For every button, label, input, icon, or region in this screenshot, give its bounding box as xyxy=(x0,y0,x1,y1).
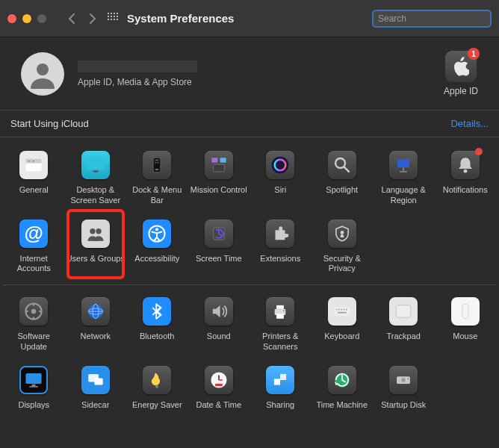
pref-label: Accessibility xyxy=(134,254,179,264)
svg-point-13 xyxy=(158,162,159,164)
account-section: Apple ID, Media & App Store 1 Apple ID xyxy=(0,37,499,111)
show-all-icon[interactable] xyxy=(108,13,120,25)
svg-rect-44 xyxy=(276,314,284,319)
pref-mission[interactable]: Mission Control xyxy=(188,143,250,212)
pref-label: Software Update xyxy=(4,332,63,352)
displays-icon xyxy=(19,366,48,394)
svg-point-67 xyxy=(401,378,406,382)
general-icon xyxy=(19,151,48,179)
forward-button[interactable] xyxy=(84,10,102,28)
pref-security[interactable]: Security & Privacy xyxy=(312,212,374,281)
pref-label: Language & Region xyxy=(374,185,433,206)
close-button[interactable] xyxy=(7,14,16,23)
pref-notifications[interactable]: Notifications xyxy=(435,143,497,212)
keyboard-icon xyxy=(328,297,356,326)
svg-rect-9 xyxy=(93,170,99,172)
pref-timemachine[interactable]: Time Machine xyxy=(312,358,374,417)
svg-rect-17 xyxy=(213,164,224,172)
search-input[interactable] xyxy=(378,13,490,24)
security-icon xyxy=(328,220,356,248)
printers-icon xyxy=(266,297,294,326)
pref-displays[interactable]: Displays xyxy=(3,358,65,417)
sidecar-icon xyxy=(81,366,110,394)
pref-bluetooth[interactable]: Bluetooth xyxy=(126,290,188,358)
pref-users[interactable]: Users & Groups xyxy=(65,212,127,281)
screentime-icon xyxy=(205,220,233,248)
datetime-icon xyxy=(205,366,233,394)
accessibility-icon xyxy=(143,220,171,248)
svg-rect-49 xyxy=(341,309,342,311)
svg-point-26 xyxy=(90,228,95,234)
pref-network[interactable]: Network xyxy=(65,290,127,358)
internet-icon: @ xyxy=(19,220,48,248)
apple-logo-icon xyxy=(453,57,469,76)
svg-rect-15 xyxy=(211,158,217,163)
svg-rect-59 xyxy=(94,378,102,385)
pref-label: Spotlight xyxy=(326,185,358,196)
svg-rect-56 xyxy=(32,384,36,385)
pref-internet[interactable]: @Internet Accounts xyxy=(3,212,65,281)
pref-startup[interactable]: Startup Disk xyxy=(373,358,435,417)
pref-desktop[interactable]: Desktop & Screen Saver xyxy=(65,143,127,212)
pref-dock[interactable]: Dock & Menu Bar xyxy=(126,143,188,212)
pref-spotlight[interactable]: Spotlight xyxy=(312,143,374,212)
pref-sharing[interactable]: Sharing xyxy=(250,358,312,417)
preference-panes: GeneralDesktop & Screen SaverDock & Menu… xyxy=(0,137,499,422)
pref-label: Date & Time xyxy=(196,400,241,411)
pref-label: Startup Disk xyxy=(381,400,426,411)
user-icon xyxy=(28,59,58,89)
pref-sidecar[interactable]: Sidecar xyxy=(65,358,127,417)
svg-rect-11 xyxy=(155,160,159,161)
back-button[interactable] xyxy=(63,10,81,28)
pref-datetime[interactable]: Date & Time xyxy=(188,358,250,417)
pref-general[interactable]: General xyxy=(3,143,65,212)
svg-rect-54 xyxy=(462,304,468,319)
pref-mouse[interactable]: Mouse xyxy=(435,290,497,358)
trackpad-icon xyxy=(389,297,418,326)
pref-label: Siri xyxy=(274,185,286,196)
pref-screentime[interactable]: Screen Time xyxy=(188,212,250,281)
svg-point-25 xyxy=(463,169,467,173)
pref-label: Energy Saver xyxy=(132,400,182,411)
pref-trackpad[interactable]: Trackpad xyxy=(373,290,435,358)
svg-point-33 xyxy=(31,309,37,314)
pref-accessibility[interactable]: Accessibility xyxy=(126,212,188,281)
account-text[interactable]: Apple ID, Media & App Store xyxy=(78,60,197,87)
pref-label: Notifications xyxy=(443,185,488,196)
pref-label: Security & Privacy xyxy=(313,254,372,275)
pref-energy[interactable]: Energy Saver xyxy=(126,358,188,417)
svg-rect-16 xyxy=(220,158,226,163)
pref-language[interactable]: Language & Region xyxy=(373,143,435,212)
pref-label: Sharing xyxy=(266,400,294,411)
svg-rect-57 xyxy=(30,386,38,388)
pref-printers[interactable]: Printers & Scanners xyxy=(250,290,312,358)
apple-id-button[interactable]: 1 Apple ID xyxy=(444,51,478,96)
svg-point-31 xyxy=(340,230,344,234)
svg-rect-50 xyxy=(343,309,344,311)
maximize-button[interactable] xyxy=(37,14,46,23)
pref-label: Network xyxy=(81,332,111,342)
svg-point-5 xyxy=(28,161,30,162)
svg-point-2 xyxy=(37,63,49,75)
search-field[interactable] xyxy=(372,10,492,28)
mouse-icon xyxy=(451,297,480,326)
user-avatar[interactable] xyxy=(21,52,64,96)
timemachine-icon xyxy=(328,366,356,394)
details-link[interactable]: Details... xyxy=(450,118,489,129)
svg-point-68 xyxy=(408,378,409,379)
desktop-icon xyxy=(81,151,110,179)
pref-label: Internet Accounts xyxy=(4,254,63,275)
minimize-button[interactable] xyxy=(22,14,31,23)
badge-dot xyxy=(475,148,483,155)
notifications-icon xyxy=(451,151,480,179)
svg-rect-64 xyxy=(215,383,223,385)
pref-sound[interactable]: Sound xyxy=(188,290,250,358)
pref-software[interactable]: Software Update xyxy=(3,290,65,358)
pref-keyboard[interactable]: Keyboard xyxy=(312,290,374,358)
svg-rect-8 xyxy=(87,158,104,169)
pref-extensions[interactable]: Extensions xyxy=(250,212,312,281)
apple-id-label: Apple ID xyxy=(444,86,478,96)
pref-siri[interactable]: Siri xyxy=(250,143,312,212)
siri-icon xyxy=(266,151,294,179)
svg-point-12 xyxy=(155,162,157,164)
